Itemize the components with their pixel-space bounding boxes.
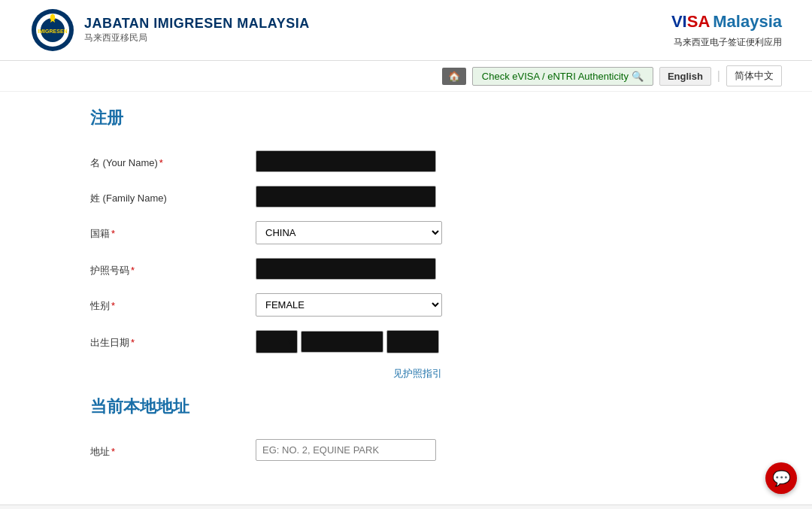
dob-label: 出生日期* <box>90 330 256 350</box>
name-input[interactable] <box>256 150 436 172</box>
address-label: 地址* <box>90 439 256 459</box>
imigresen-logo: IMIGRESEN <box>30 8 75 53</box>
dob-field-group: 出生日期* <box>90 330 782 353</box>
visa-malaysia-logo: VISA Malaysia <box>671 12 782 32</box>
passport-label: 护照号码* <box>90 258 256 277</box>
home-icon: 🏠 <box>448 71 460 82</box>
nationality-field-group: 国籍* CHINA MALAYSIA INDIA USA <box>90 221 782 244</box>
family-name-label: 姓 (Family Name) <box>90 186 256 205</box>
address-input[interactable] <box>256 439 436 461</box>
nav-divider: | <box>717 69 720 83</box>
svg-point-6 <box>50 14 55 19</box>
family-name-input[interactable] <box>256 186 436 208</box>
language-chinese-button[interactable]: 简体中文 <box>726 65 782 86</box>
main-content: 注册 名 (Your Name)* 姓 (Family Name) 国籍* CH… <box>0 92 812 504</box>
name-field-group: 名 (Your Name)* <box>90 150 782 172</box>
header-left: IMIGRESEN JABATAN IMIGRESEN MALAYSIA 马来西… <box>30 8 310 53</box>
visa-malaysia-text: Malaysia <box>713 12 782 32</box>
page-header: IMIGRESEN JABATAN IMIGRESEN MALAYSIA 马来西… <box>0 0 812 61</box>
address-field-group: 地址* <box>90 439 782 461</box>
header-title-block: JABATAN IMIGRESEN MALAYSIA 马来西亚移民局 <box>84 16 310 44</box>
visa-subtitle: 马来西亚电子签证便利应用 <box>674 36 782 49</box>
header-title-en: JABATAN IMIGRESEN MALAYSIA <box>84 16 310 32</box>
check-authenticity-button[interactable]: Check eVISA / eNTRI Authenticity 🔍 <box>472 67 653 86</box>
nationality-label: 国籍* <box>90 221 256 241</box>
chat-button[interactable]: 💬 <box>765 462 797 494</box>
language-english-button[interactable]: English <box>659 67 711 86</box>
header-title-zh: 马来西亚移民局 <box>84 32 310 44</box>
header-right: VISA Malaysia 马来西亚电子签证便利应用 <box>671 12 782 49</box>
passport-input[interactable] <box>256 258 436 280</box>
check-btn-label: Check eVISA / eNTRI Authenticity <box>482 71 629 82</box>
gender-field-group: 性别* FEMALE MALE <box>90 293 782 317</box>
dob-day-select[interactable] <box>256 330 298 353</box>
passport-field-group: 护照号码* <box>90 258 782 280</box>
address-section-title: 当前本地地址 <box>90 395 782 421</box>
name-label: 名 (Your Name)* <box>90 150 256 170</box>
nav-bar: 🏠 Check eVISA / eNTRI Authenticity 🔍 Eng… <box>0 61 812 92</box>
gender-select[interactable]: FEMALE MALE <box>256 293 442 317</box>
passport-hint[interactable]: 见护照指引 <box>256 367 442 380</box>
home-button[interactable]: 🏠 <box>442 68 466 85</box>
family-name-field-group: 姓 (Family Name) <box>90 186 782 208</box>
registration-section-title: 注册 <box>90 107 782 132</box>
svg-text:IMIGRESEN: IMIGRESEN <box>38 29 67 34</box>
search-icon: 🔍 <box>632 71 644 82</box>
gender-label: 性别* <box>90 293 256 313</box>
visa-text: VISA <box>671 12 710 32</box>
dob-year-select[interactable] <box>386 330 439 353</box>
dob-inputs <box>256 330 439 353</box>
dob-month-input[interactable] <box>301 331 383 353</box>
page-footer: 关于 eVISA eNTRI Chinese Nationals eNTRI I… <box>0 504 812 509</box>
nationality-select[interactable]: CHINA MALAYSIA INDIA USA <box>256 221 442 244</box>
chat-icon: 💬 <box>772 469 791 487</box>
